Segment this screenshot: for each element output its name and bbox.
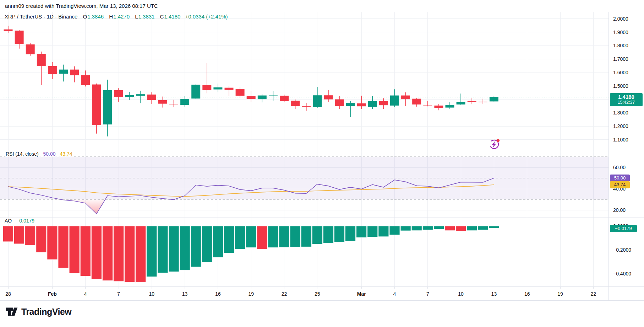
rsi-value-badge[interactable]: 50.00 bbox=[610, 175, 630, 182]
tradingview-logo-text: TradingView bbox=[21, 307, 71, 317]
symbol-legend[interactable]: XRP / TetherUS · 1D · Binance O1.3846 H1… bbox=[5, 14, 228, 20]
rsi-current-value: 50.00 bbox=[43, 151, 55, 157]
rsi-legend[interactable]: RSI (14, close) 50.00 43.74 bbox=[5, 151, 73, 157]
bar-countdown-timer: 15:42:37 bbox=[610, 100, 643, 105]
notification-dot bbox=[497, 139, 500, 142]
open-label: O bbox=[83, 14, 87, 20]
rsi-ma-value-badge[interactable]: 43.74 bbox=[610, 181, 630, 188]
rsi-title[interactable]: RSI (14, close) bbox=[6, 151, 39, 157]
tradingview-logo-mark bbox=[5, 306, 18, 317]
ao-current-value: −0.0179 bbox=[16, 218, 34, 224]
change-value: +0.0334 (+2.41%) bbox=[185, 14, 228, 20]
last-price-badge[interactable]: 1.4180 15:42:37 bbox=[610, 93, 643, 106]
lightning-bolt-icon bbox=[492, 141, 496, 148]
high-label: H bbox=[109, 14, 113, 20]
low-label: L bbox=[135, 14, 138, 20]
close-value: 1.4180 bbox=[164, 14, 180, 20]
ao-title[interactable]: AO bbox=[5, 218, 12, 224]
chart-canvas[interactable] bbox=[0, 0, 644, 327]
attribution-text: annm09 created with TradingView.com, Mar… bbox=[5, 3, 158, 9]
close-label: C bbox=[160, 14, 164, 20]
ao-value-badge[interactable]: −0.0179 bbox=[610, 225, 637, 232]
tradingview-chart-screenshot: annm09 created with TradingView.com, Mar… bbox=[0, 0, 644, 327]
symbol-title[interactable]: XRP / TetherUS · 1D · Binance bbox=[5, 14, 77, 20]
rsi-ma-current-value: 43.74 bbox=[60, 151, 72, 157]
tradingview-logo[interactable]: TradingView bbox=[5, 306, 71, 317]
high-value: 1.4270 bbox=[113, 14, 130, 20]
low-value: 1.3831 bbox=[138, 14, 155, 20]
last-price-value: 1.4180 bbox=[610, 94, 643, 100]
ao-legend[interactable]: AO −0.0179 bbox=[5, 218, 34, 224]
technicals-sparkle-icon[interactable] bbox=[488, 138, 501, 150]
open-value: 1.3846 bbox=[87, 14, 104, 20]
